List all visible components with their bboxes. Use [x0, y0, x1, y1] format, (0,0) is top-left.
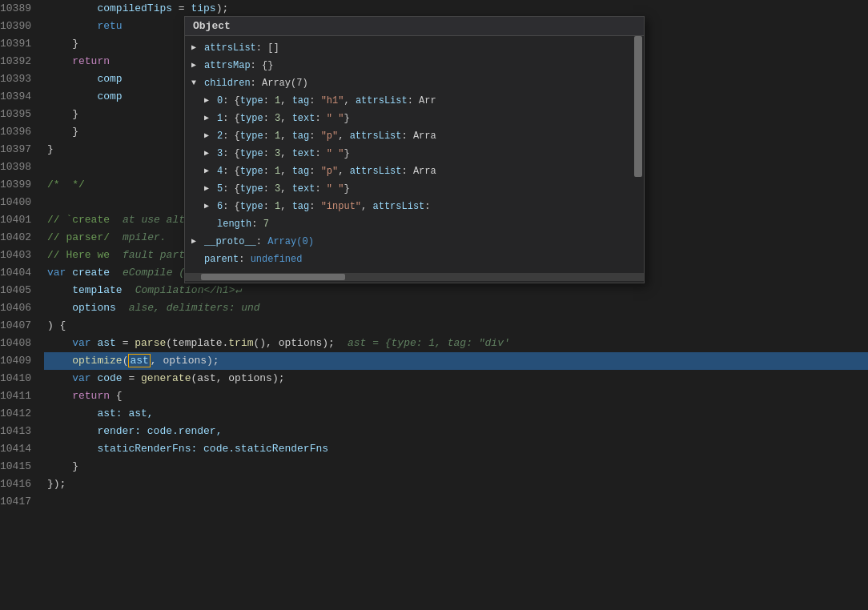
popup-scrollbar[interactable] — [634, 36, 644, 271]
popup-item[interactable]: ▶attrsList: [] — [185, 39, 644, 57]
code-line: 10414 staticRenderFns: code.staticRender… — [0, 440, 868, 458]
line-content: staticRenderFns: code.staticRenderFns — [44, 440, 868, 458]
popup-value: {type: 1, tag: "p", attrsList: Arra — [235, 128, 436, 144]
line-number: 10407 — [0, 317, 44, 335]
popup-value: {type: 1, tag: "h1", attrsList: Arr — [235, 93, 436, 109]
code-line: 10415 } — [0, 458, 868, 476]
code-line: 10406 optionsalse, delimiters: und — [0, 299, 868, 317]
line-number: 10398 — [0, 159, 44, 176]
popup-hscrollbar[interactable] — [185, 273, 644, 281]
expand-arrow[interactable]: ▶ — [191, 58, 201, 74]
popup-value: Array(0) — [267, 234, 314, 250]
popup-value: {type: 3, text: " "} — [235, 146, 350, 162]
popup-key: 5 — [217, 181, 223, 197]
code-line: 10416}); — [0, 476, 868, 493]
line-number: 10410 — [0, 370, 44, 387]
line-number: 10396 — [0, 123, 44, 141]
popup-key: 1 — [217, 110, 223, 126]
line-number: 10394 — [0, 88, 44, 106]
line-number: 10412 — [0, 405, 44, 423]
popup-key: 6 — [217, 199, 223, 215]
popup-key: attrsMap — [204, 58, 251, 74]
line-content: render: code.render, — [44, 423, 868, 440]
popup-value: [] — [267, 40, 279, 56]
popup-value: Array(7) — [262, 75, 308, 91]
popup-key: __proto__ — [204, 234, 256, 250]
line-number: 10400 — [0, 194, 44, 211]
popup-value: {type: 3, text: " "} — [235, 181, 350, 197]
popup-item[interactable]: ▶0: {type: 1, tag: "h1", attrsList: Arr — [185, 92, 644, 110]
line-number: 10399 — [0, 176, 44, 194]
expand-arrow[interactable]: ▶ — [204, 93, 214, 109]
line-content: var ast = parse(template.trim(), options… — [44, 335, 868, 352]
line-number: 10415 — [0, 458, 44, 476]
expand-arrow[interactable]: ▶ — [204, 110, 214, 126]
popup-item[interactable]: ▶3: {type: 3, text: " "} — [185, 145, 644, 163]
popup-key: parent — [204, 251, 239, 267]
popup-value: {type: 3, text: " "} — [235, 110, 350, 126]
popup-item[interactable]: ▶__proto__: Array(0) — [185, 233, 644, 251]
popup-key: children — [204, 75, 251, 91]
line-number: 10389 — [0, 0, 44, 18]
line-number: 10414 — [0, 440, 44, 458]
line-number: 10395 — [0, 106, 44, 123]
expand-arrow[interactable]: ▶ — [204, 146, 214, 162]
line-content: templateCompilation</h1>↵ — [44, 282, 868, 299]
expand-arrow[interactable]: ▶ — [191, 40, 201, 56]
line-content: optionsalse, delimiters: und — [44, 299, 868, 317]
code-line: 10405 templateCompilation</h1>↵ — [0, 282, 868, 299]
popup-item[interactable]: parent: undefined — [185, 251, 644, 268]
popup-value: {type: 1, tag: "input", attrsList: — [235, 199, 431, 215]
popup-item[interactable]: length: 7 — [185, 215, 644, 233]
popup-key: length — [217, 216, 251, 232]
line-number: 10393 — [0, 70, 44, 88]
code-line: 10411 return { — [0, 387, 868, 405]
popup-item[interactable]: ▼children: Array(7) — [185, 74, 644, 92]
popup-title: Object — [185, 17, 644, 36]
line-number: 10392 — [0, 53, 44, 70]
expand-arrow[interactable]: ▼ — [191, 75, 201, 91]
popup-item[interactable]: ▶attrsMap: {} — [185, 57, 644, 74]
popup-value: {} — [262, 58, 273, 74]
popup-scrollbar-thumb — [634, 36, 642, 177]
popup-value: undefined — [251, 251, 303, 267]
line-content: }); — [44, 476, 868, 493]
popup-item[interactable]: ▶2: {type: 1, tag: "p", attrsList: Arra — [185, 127, 644, 145]
popup-value: {type: 1, tag: "p", attrsList: Arra — [235, 163, 436, 179]
line-content — [44, 493, 868, 511]
line-content: var code = generate(ast, options); — [44, 370, 868, 387]
line-number: 10401 — [0, 211, 44, 229]
popup-content[interactable]: ▶attrsList: []▶attrsMap: {}▼children: Ar… — [185, 36, 644, 271]
popup-item[interactable]: ▶4: {type: 1, tag: "p", attrsList: Arra — [185, 163, 644, 180]
popup-item[interactable]: ▶6: {type: 1, tag: "input", attrsList: — [185, 198, 644, 215]
line-content: return { — [44, 387, 868, 405]
line-content: optimize(ast, options); — [44, 352, 868, 370]
line-number: 10391 — [0, 35, 44, 53]
line-number: 10417 — [0, 493, 44, 511]
popup-key: attrsList — [204, 40, 256, 56]
code-line: 10412 ast: ast, — [0, 405, 868, 423]
code-line: 10417 — [0, 493, 868, 511]
line-number: 10408 — [0, 335, 44, 352]
expand-arrow[interactable]: ▶ — [204, 181, 214, 197]
popup-hscroll-thumb — [201, 274, 345, 280]
line-content: ast: ast, — [44, 405, 868, 423]
popup-item[interactable]: ▶1: {type: 3, text: " "} — [185, 110, 644, 127]
popup-key: 0 — [217, 93, 223, 109]
expand-arrow[interactable]: ▶ — [204, 199, 214, 215]
line-number: 10390 — [0, 18, 44, 35]
code-line: 10407) { — [0, 317, 868, 335]
popup-item[interactable]: ▶5: {type: 3, text: " "} — [185, 180, 644, 198]
expand-arrow[interactable]: ▶ — [204, 128, 214, 144]
line-number: 10411 — [0, 387, 44, 405]
code-line: 10413 render: code.render, — [0, 423, 868, 440]
line-content: ) { — [44, 317, 868, 335]
debug-popup[interactable]: Object ▶attrsList: []▶attrsMap: {}▼child… — [184, 16, 645, 283]
expand-arrow[interactable]: ▶ — [191, 234, 201, 250]
line-number: 10403 — [0, 247, 44, 264]
line-content: } — [44, 458, 868, 476]
line-number: 10402 — [0, 229, 44, 247]
editor-container: 10389 compiledTips = tips);10390 retu103… — [0, 0, 868, 610]
line-number: 10413 — [0, 423, 44, 440]
expand-arrow[interactable]: ▶ — [204, 163, 214, 179]
